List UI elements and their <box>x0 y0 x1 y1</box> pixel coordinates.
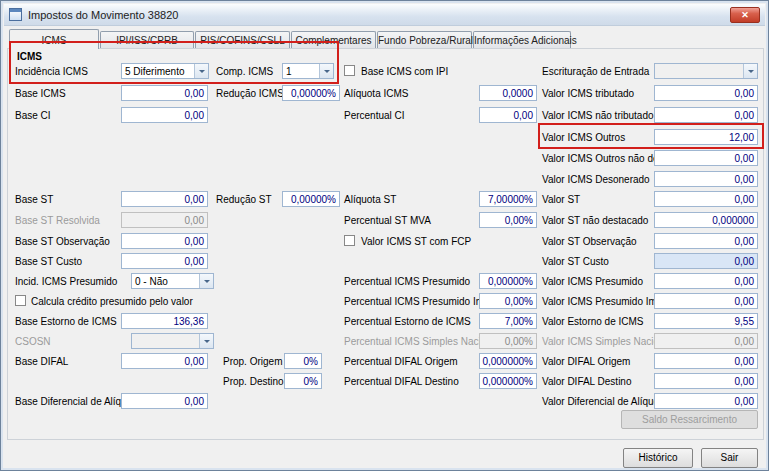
valor-diferencial-aliquota-field[interactable]: 0,00 <box>654 393 758 409</box>
percentual-icms-simples-label: Percentual ICMS Simples Nacional <box>344 336 500 347</box>
base-estorno-icms-label: Base Estorno de ICMS <box>15 316 117 327</box>
valor-icms-tributado-field[interactable]: 0,00 <box>654 85 758 101</box>
base-estorno-icms-field[interactable]: 136,36 <box>121 313 208 329</box>
base-ci-label: Base CI <box>15 110 51 121</box>
base-st-resolvida-label: Base ST Resolvida <box>15 215 100 226</box>
tab-complementares[interactable]: Complementares <box>291 31 376 48</box>
aliquota-st-field[interactable]: 7,00000% <box>479 191 537 207</box>
chevron-down-icon[interactable] <box>319 64 333 78</box>
chevron-down-icon <box>743 64 757 78</box>
csosn-select <box>131 333 214 349</box>
historico-button[interactable]: Histórico <box>623 448 693 468</box>
base-diferencial-aliq-label: Base Diferencial de Alíq. <box>15 396 124 407</box>
percentual-difal-destino-field[interactable]: 0,000000% <box>479 373 537 389</box>
csosn-label: CSOSN <box>15 336 51 347</box>
base-st-observacao-field[interactable]: 0,00 <box>121 233 208 249</box>
escrituracao-entrada-select <box>654 63 758 79</box>
percentual-icms-simples-field: 0,00% <box>479 333 537 349</box>
base-st-field[interactable]: 0,00 <box>121 191 208 207</box>
valor-icms-nao-tributado-field[interactable]: 0,00 <box>654 107 758 123</box>
base-st-custo-field[interactable]: 0,00 <box>121 253 208 269</box>
percentual-ci-field[interactable]: 0,00 <box>479 107 537 123</box>
close-button[interactable]: ✕ <box>730 7 760 23</box>
base-difal-field[interactable]: 0,00 <box>121 353 208 369</box>
valor-estorno-icms-field[interactable]: 9,55 <box>654 313 758 329</box>
valor-difal-origem-field[interactable]: 0,00 <box>654 353 758 369</box>
calcula-credito-presumido-checkbox[interactable] <box>15 295 26 306</box>
tab-pis-cofins-csll[interactable]: PIS/COFINS/CSLL <box>195 31 290 48</box>
valor-icms-presumido-label: Valor ICMS Presumido <box>542 276 643 287</box>
comp-icms-label: Comp. ICMS <box>216 66 273 77</box>
base-st-observacao-label: Base ST Observação <box>15 236 110 247</box>
valor-st-field[interactable]: 0,00 <box>654 191 758 207</box>
valor-icms-presumido-field[interactable]: 0,00 <box>654 273 758 289</box>
aliquota-icms-field[interactable]: 0,0000 <box>479 85 537 101</box>
valor-icms-outros-field[interactable]: 12,00 <box>654 129 758 145</box>
chevron-down-icon <box>199 334 213 348</box>
aliquota-st-label: Alíquota ST <box>344 194 396 205</box>
percentual-icms-presumido-imp-pr-field[interactable]: 0,00% <box>479 293 537 309</box>
valor-icms-presumido-imp-pr-field[interactable]: 0,00 <box>654 293 758 309</box>
valor-icms-outros-nao-dest-label: Valor ICMS Outros não dest. <box>542 153 669 164</box>
valor-icms-desonerado-field[interactable]: 0,00 <box>654 171 758 187</box>
tab-fundo-pobreza-rural[interactable]: Fundo Pobreza/Rural <box>377 31 472 48</box>
base-diferencial-aliq-field[interactable]: 0,00 <box>121 393 208 409</box>
incid-icms-presumido-label: Incid. ICMS Presumido <box>15 276 117 287</box>
valor-difal-destino-field[interactable]: 0,00 <box>654 373 758 389</box>
base-st-custo-label: Base ST Custo <box>15 256 82 267</box>
percentual-icms-presumido-label: Percentual ICMS Presumido <box>344 276 470 287</box>
tab-icms[interactable]: ICMS <box>9 29 99 49</box>
base-ci-field[interactable]: 0,00 <box>121 107 208 123</box>
reducao-icms-field[interactable]: 0,00000% <box>282 85 340 101</box>
percentual-st-mva-field[interactable]: 0,00% <box>479 212 537 228</box>
valor-icms-st-com-fcp-label: Valor ICMS ST com FCP <box>361 236 471 247</box>
percentual-difal-origem-field[interactable]: 0,000000% <box>479 353 537 369</box>
tab-informacoes-adicionais[interactable]: Informações Adicionais <box>473 31 571 48</box>
valor-st-observacao-label: Valor ST Observação <box>542 236 637 247</box>
incidencia-icms-label: Incidência ICMS <box>15 66 88 77</box>
calcula-credito-presumido-label: Calcula crédito presumido pelo valor <box>31 296 193 307</box>
base-icms-com-ipi-checkbox[interactable] <box>344 65 355 76</box>
escrituracao-entrada-label: Escrituração de Entrada <box>542 66 649 77</box>
incid-icms-presumido-select[interactable]: 0 - Não <box>131 273 214 289</box>
chevron-down-icon[interactable] <box>199 274 213 288</box>
tab-ipi-iss-cprb[interactable]: IPI/ISS/CPRB <box>100 31 194 48</box>
percentual-st-mva-label: Percentual ST MVA <box>344 215 431 226</box>
incidencia-icms-select[interactable]: 5 Diferimento <box>121 63 209 79</box>
group-title-icms: ICMS <box>17 51 42 62</box>
chevron-down-icon[interactable] <box>194 64 208 78</box>
prop-destino-label: Prop. Destino <box>223 376 284 387</box>
valor-icms-simples-label: Valor ICMS Simples Nacional <box>542 336 672 347</box>
prop-origem-field[interactable]: 0% <box>284 353 322 369</box>
valor-icms-tributado-label: Valor ICMS tributado <box>542 88 634 99</box>
valor-icms-outros-nao-dest-field[interactable]: 0,00 <box>654 150 758 166</box>
valor-icms-st-com-fcp-checkbox[interactable] <box>344 235 355 246</box>
reducao-st-field[interactable]: 0,00000% <box>282 191 340 207</box>
valor-difal-destino-label: Valor DIFAL Destino <box>542 376 631 387</box>
base-icms-field[interactable]: 0,00 <box>121 85 208 101</box>
saldo-ressarcimento-button: Saldo Ressarcimento <box>621 410 758 429</box>
tab-bar: ICMS IPI/ISS/CPRB PIS/COFINS/CSLL Comple… <box>9 31 572 49</box>
valor-st-label: Valor ST <box>542 194 580 205</box>
impostos-movimento-dialog: Impostos do Movimento 38820 ✕ ICMS IPI/I… <box>0 0 769 471</box>
percentual-difal-destino-label: Percentual DIFAL Destino <box>344 376 459 387</box>
window-title: Impostos do Movimento 38820 <box>28 9 178 21</box>
base-difal-label: Base DIFAL <box>15 356 68 367</box>
comp-icms-select[interactable]: 1 <box>282 63 334 79</box>
base-icms-com-ipi-label: Base ICMS com IPI <box>361 66 448 77</box>
valor-icms-simples-field: 0,00 <box>654 333 758 349</box>
sair-button[interactable]: Sair <box>701 448 758 468</box>
valor-st-custo-field[interactable]: 0,00 <box>654 253 758 269</box>
percentual-estorno-icms-field[interactable]: 7,00% <box>479 313 537 329</box>
base-icms-label: Base ICMS <box>15 88 66 99</box>
valor-st-nao-destacado-field[interactable]: 0,000000 <box>654 212 758 228</box>
prop-destino-field[interactable]: 0% <box>284 373 322 389</box>
incid-icms-presumido-value: 0 - Não <box>135 276 168 287</box>
base-st-resolvida-field: 0,00 <box>121 212 208 228</box>
reducao-icms-label: Redução ICMS <box>216 88 284 99</box>
titlebar[interactable]: Impostos do Movimento 38820 ✕ <box>4 4 765 26</box>
percentual-icms-presumido-field[interactable]: 0,00000% <box>479 273 537 289</box>
valor-diferencial-aliquota-label: Valor Diferencial de Alíquota <box>542 396 667 407</box>
valor-st-observacao-field[interactable]: 0,00 <box>654 233 758 249</box>
percentual-estorno-icms-label: Percentual Estorno de ICMS <box>344 316 471 327</box>
